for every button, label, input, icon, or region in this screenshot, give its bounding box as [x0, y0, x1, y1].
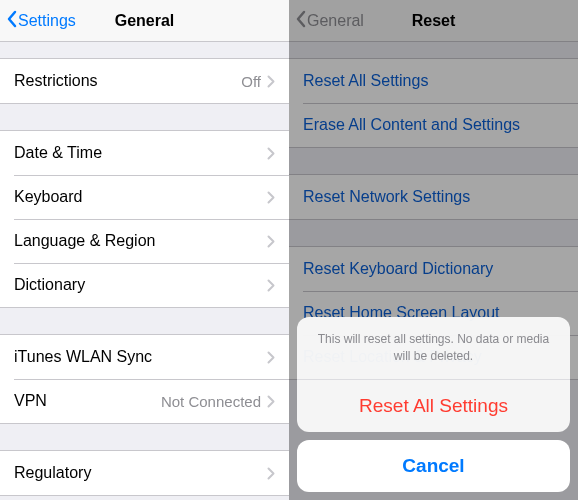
- action-sheet-message: This will reset all settings. No data or…: [297, 317, 570, 380]
- row-restrictions[interactable]: Restrictions Off: [0, 59, 289, 103]
- page-title: Reset: [412, 12, 456, 30]
- navbar-reset: General Reset: [289, 0, 578, 42]
- row-label: Dictionary: [14, 276, 267, 294]
- action-sheet: This will reset all settings. No data or…: [289, 309, 578, 500]
- general-settings-panel: Settings General Restrictions Off Date &…: [0, 0, 289, 500]
- navbar-general: Settings General: [0, 0, 289, 42]
- cancel-button[interactable]: Cancel: [297, 440, 570, 492]
- chevron-left-icon: [295, 10, 307, 32]
- settings-list: Restrictions Off Date & Time Keyboard La…: [0, 42, 289, 500]
- action-sheet-card: This will reset all settings. No data or…: [297, 317, 570, 432]
- row-dictionary[interactable]: Dictionary: [0, 263, 289, 307]
- back-to-general[interactable]: General: [295, 10, 364, 32]
- row-label: Date & Time: [14, 144, 267, 162]
- back-to-settings[interactable]: Settings: [6, 10, 76, 32]
- chevron-right-icon: [267, 235, 275, 248]
- row-label: Language & Region: [14, 232, 267, 250]
- row-erase-all-content[interactable]: Erase All Content and Settings: [289, 103, 578, 147]
- page-title: General: [115, 12, 175, 30]
- chevron-left-icon: [6, 10, 18, 32]
- row-label: Reset All Settings: [303, 72, 564, 90]
- row-language-region[interactable]: Language & Region: [0, 219, 289, 263]
- row-itunes-wlan-sync[interactable]: iTunes WLAN Sync: [0, 335, 289, 379]
- row-label: Restrictions: [14, 72, 241, 90]
- row-label: Reset Keyboard Dictionary: [303, 260, 564, 278]
- reset-settings-panel: General Reset Reset All Settings Erase A…: [289, 0, 578, 500]
- chevron-right-icon: [267, 279, 275, 292]
- row-reset-all-settings[interactable]: Reset All Settings: [289, 59, 578, 103]
- row-label: iTunes WLAN Sync: [14, 348, 267, 366]
- row-label: Reset Network Settings: [303, 188, 564, 206]
- row-regulatory[interactable]: Regulatory: [0, 451, 289, 495]
- row-reset-network[interactable]: Reset Network Settings: [289, 175, 578, 219]
- row-value: Not Connected: [161, 393, 261, 410]
- chevron-right-icon: [267, 75, 275, 88]
- row-date-time[interactable]: Date & Time: [0, 131, 289, 175]
- row-reset-keyboard-dictionary[interactable]: Reset Keyboard Dictionary: [289, 247, 578, 291]
- row-label: Keyboard: [14, 188, 267, 206]
- chevron-right-icon: [267, 467, 275, 480]
- row-label: Regulatory: [14, 464, 267, 482]
- row-keyboard[interactable]: Keyboard: [0, 175, 289, 219]
- back-label: General: [307, 12, 364, 30]
- row-label: Erase All Content and Settings: [303, 116, 564, 134]
- chevron-right-icon: [267, 395, 275, 408]
- confirm-reset-button[interactable]: Reset All Settings: [297, 380, 570, 432]
- row-vpn[interactable]: VPN Not Connected: [0, 379, 289, 423]
- chevron-right-icon: [267, 351, 275, 364]
- chevron-right-icon: [267, 191, 275, 204]
- row-label: VPN: [14, 392, 161, 410]
- row-value: Off: [241, 73, 261, 90]
- chevron-right-icon: [267, 147, 275, 160]
- back-label: Settings: [18, 12, 76, 30]
